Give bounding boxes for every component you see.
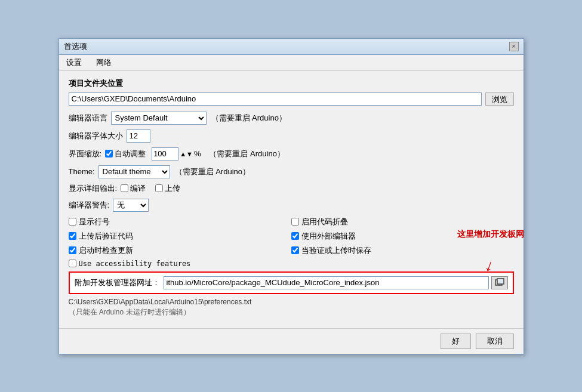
save-on-verify-label: 当验证或上传时保存 (301, 245, 371, 256)
check-update-label: 启动时检查更新 (79, 245, 133, 256)
board-manager-input[interactable] (164, 276, 489, 289)
prefs-path-info: C:\Users\GXED\AppData\Local\Arduino15\pr… (69, 298, 514, 306)
use-external-editor-checkbox[interactable] (291, 232, 299, 240)
verify-upload-row: 上传后验证代码 (69, 231, 291, 242)
dialog-title: 首选项 (64, 41, 87, 52)
verbose-label: 显示详细输出: (69, 183, 118, 194)
preferences-dialog: 首选项 × 设置 网络 项目文件夹位置 浏览 编辑器语言 System Defa… (58, 38, 524, 354)
check-update-row: 启动时检查更新 (69, 245, 291, 256)
title-bar: 首选项 × (59, 39, 524, 55)
editor-font-input[interactable] (127, 129, 150, 143)
enable-code-fold-label: 启用代码折叠 (301, 217, 348, 227)
accessibility-checkbox[interactable] (69, 260, 76, 267)
compile-checkbox[interactable] (121, 184, 128, 192)
theme-hint: （需要重启 Arduino） (175, 166, 250, 177)
show-line-num-row: 显示行号 (69, 217, 291, 227)
prefs-path-text: C:\Users\GXED\AppData\Local\Arduino15\pr… (69, 298, 252, 306)
dialog-footer: 好 取消 (59, 328, 524, 354)
editor-lang-select[interactable]: System Default (111, 112, 207, 125)
theme-select[interactable]: Default theme (98, 165, 170, 178)
show-line-num-checkbox[interactable] (69, 218, 76, 226)
menu-network[interactable]: 网络 (94, 57, 114, 69)
prefs-note: （只能在 Arduino 未运行时进行编辑） (69, 307, 514, 317)
project-folder-input[interactable] (69, 92, 482, 106)
show-line-num-label: 显示行号 (79, 217, 110, 227)
accessibility-label: Use accessibility features (79, 260, 191, 268)
auto-scale-label: 自动调整 (115, 149, 146, 159)
close-button[interactable]: × (509, 42, 519, 51)
compile-label: 编译 (130, 183, 146, 194)
ok-button[interactable]: 好 (441, 334, 471, 349)
enable-code-fold-row: 启用代码折叠 (291, 217, 514, 227)
verify-upload-checkbox[interactable] (69, 232, 76, 240)
check-update-checkbox[interactable] (69, 246, 76, 254)
browse-button[interactable]: 浏览 (485, 92, 514, 106)
verify-upload-label: 上传后验证代码 (79, 231, 133, 242)
ui-scale-hint: （需要重启 Arduino） (209, 149, 284, 159)
compiler-warn-select[interactable]: 无 (113, 199, 149, 212)
prefs-note-text: （只能在 Arduino 未运行时进行编辑） (69, 308, 190, 316)
enable-code-fold-checkbox[interactable] (291, 218, 299, 226)
theme-label: Theme: (69, 167, 95, 176)
editor-lang-hint: （需要重启 Arduino） (211, 113, 287, 124)
upload-checkbox[interactable] (155, 184, 163, 192)
save-on-verify-checkbox[interactable] (291, 246, 299, 254)
project-folder-title: 项目文件夹位置 (69, 78, 514, 89)
annotation-text: 这里增加开发板网 (457, 229, 524, 240)
board-manager-box: 附加开发板管理器网址： (69, 271, 514, 294)
cancel-button[interactable]: 取消 (476, 334, 514, 349)
menu-bar: 设置 网络 (59, 55, 524, 71)
save-on-verify-row: 当验证或上传时保存 (291, 245, 514, 256)
editor-lang-label: 编辑器语言 (69, 113, 107, 124)
dialog-content: 项目文件夹位置 浏览 编辑器语言 System Default （需要重启 Ar… (59, 71, 524, 325)
ui-scale-input[interactable] (152, 147, 178, 160)
menu-settings[interactable]: 设置 (64, 57, 84, 69)
scale-stepper[interactable]: ▲▼ (180, 150, 193, 158)
board-manager-icon-btn[interactable] (491, 276, 508, 289)
use-external-editor-label: 使用外部编辑器 (301, 231, 356, 242)
editor-font-label: 编辑器字体大小 (69, 131, 123, 141)
ui-scale-label: 界面缩放: (69, 149, 102, 159)
accessibility-row: Use accessibility features (69, 260, 291, 268)
window-icon (495, 278, 504, 288)
auto-scale-checkbox[interactable] (105, 150, 113, 158)
compiler-warn-label: 编译器警告: (69, 200, 110, 211)
ui-scale-unit: % (194, 149, 201, 158)
svg-rect-1 (497, 279, 504, 284)
board-manager-label: 附加开发板管理器网址： (75, 277, 160, 288)
upload-label: 上传 (165, 183, 180, 194)
